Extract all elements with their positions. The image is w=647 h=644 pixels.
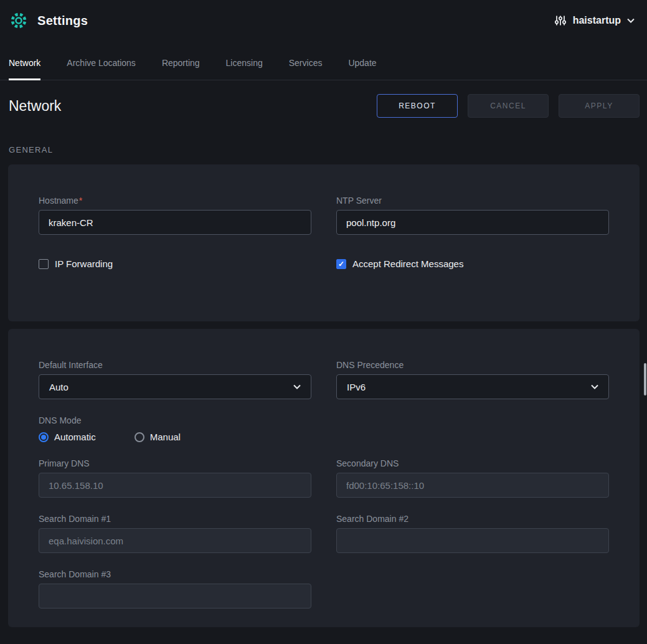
checkbox-icon[interactable] [39,259,49,269]
primary-dns-label: Primary DNS [39,458,311,468]
dns-mode-manual-label: Manual [150,432,181,442]
dns-precedence-field-group: DNS Precedence IPv6 [336,360,609,399]
ip-forwarding-checkbox[interactable]: IP Forwarding [39,258,311,269]
tab-reporting[interactable]: Reporting [162,49,200,80]
search-domain-2-field-group: Search Domain #2 [336,514,609,553]
default-interface-field-group: Default Interface Auto [39,360,311,399]
ntp-server-label: NTP Server [336,196,609,206]
dns-precedence-select[interactable]: IPv6 [336,374,609,399]
search-domain-3-input[interactable] [39,584,311,608]
search-domain-1-label: Search Domain #1 [39,514,311,524]
secondary-dns-input[interactable] [336,473,609,498]
dns-precedence-label: DNS Precedence [336,360,609,370]
search-domain-3-field-group: Search Domain #3 [39,569,311,608]
tab-licensing[interactable]: Licensing [226,49,263,80]
action-buttons: REBOOT CANCEL APPLY [377,94,640,118]
ntp-server-input[interactable] [336,210,609,235]
required-asterisk: * [79,196,82,206]
default-interface-select[interactable]: Auto [39,374,311,399]
scrollbar-thumb[interactable] [644,363,646,395]
primary-dns-input[interactable] [39,473,311,498]
accept-redirect-label: Accept Redirect Messages [352,258,463,269]
account-name: haistartup [573,15,621,26]
chevron-down-icon [293,384,301,389]
secondary-dns-label: Secondary DNS [336,458,609,468]
search-domain-2-label: Search Domain #2 [336,514,609,524]
account-menu[interactable]: haistartup [554,14,635,27]
apply-button[interactable]: APPLY [559,94,640,118]
secondary-dns-field-group: Secondary DNS [336,458,609,498]
accept-redirect-checkbox[interactable]: Accept Redirect Messages [336,258,609,269]
radio-icon[interactable] [39,432,49,442]
hostname-label-text: Hostname [39,196,78,206]
dns-precedence-value: IPv6 [347,382,366,392]
radio-icon[interactable] [135,432,144,442]
dns-mode-radio-row: Automatic Manual [39,432,609,442]
cancel-button[interactable]: CANCEL [468,94,549,118]
page-head: Network REBOOT CANCEL APPLY [0,80,647,118]
hostname-label: Hostname* [39,196,311,206]
page-title: Network [9,98,61,115]
ip-forwarding-label: IP Forwarding [55,258,113,269]
search-domain-3-label: Search Domain #3 [39,569,311,579]
default-interface-label: Default Interface [39,360,311,370]
general-card: Hostname* NTP Server IP Forwarding Accep… [8,164,640,321]
checkbox-icon[interactable] [336,259,346,269]
ntp-server-field-group: NTP Server [336,196,609,235]
default-interface-value: Auto [49,382,68,392]
chevron-down-icon [591,384,598,389]
network-card: Default Interface Auto DNS Precedence IP… [8,329,640,627]
tab-services[interactable]: Services [289,49,323,80]
search-domain-1-input[interactable] [39,528,311,553]
app-logo-gear-icon [9,11,29,31]
settings-tab-bar: Network Archive Locations Reporting Lice… [0,49,647,80]
tab-update[interactable]: Update [348,49,376,80]
hostname-input[interactable] [39,210,311,235]
app-header: Settings haistartup [0,0,647,41]
reboot-button[interactable]: REBOOT [377,94,458,118]
header-left: Settings [9,11,88,31]
tab-network[interactable]: Network [9,49,40,80]
chevron-down-icon [627,18,635,23]
search-domain-1-field-group: Search Domain #1 [39,514,311,553]
page-header-title: Settings [37,14,88,28]
dns-mode-label: DNS Mode [39,415,609,425]
tab-archive-locations[interactable]: Archive Locations [67,49,136,80]
general-section-label: GENERAL [9,145,647,154]
dns-mode-automatic-label: Automatic [54,432,96,442]
hostname-field-group: Hostname* [39,196,311,235]
dns-mode-automatic-radio[interactable]: Automatic [39,432,96,442]
primary-dns-field-group: Primary DNS [39,458,311,498]
search-domain-2-input[interactable] [336,528,609,553]
sliders-icon [554,14,567,27]
dns-mode-group: DNS Mode Automatic Manual [39,415,609,442]
dns-mode-manual-radio[interactable]: Manual [135,432,181,442]
